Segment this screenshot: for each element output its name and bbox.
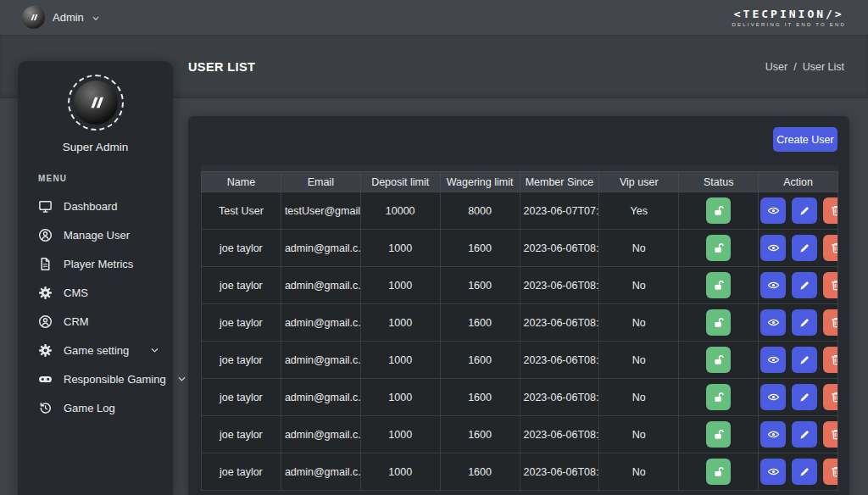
unlock-status-button[interactable] <box>706 309 731 336</box>
user-table: NameEmailDeposit limitWagering limitMemb… <box>201 171 838 491</box>
cell-member-since: 2023-06-06T08:... <box>520 416 599 453</box>
admin-dropdown[interactable]: Admin <box>22 6 100 29</box>
sidebar-menu: Dashboard Manage User Player Metrics CMS… <box>18 192 173 422</box>
edit-button[interactable] <box>792 384 817 410</box>
action-buttons <box>759 459 837 485</box>
sidebar-item-responsible-gaming[interactable]: Responsible Gaming <box>18 364 173 393</box>
user-circle-icon <box>38 228 53 242</box>
cell-name: joe taylor <box>202 230 281 267</box>
unlock-icon <box>712 279 726 292</box>
edit-button[interactable] <box>792 347 817 373</box>
edit-button[interactable] <box>792 272 817 298</box>
column-header-member-since: Member Since <box>520 172 599 192</box>
eye-icon <box>767 465 780 478</box>
unlock-status-button[interactable] <box>706 384 731 410</box>
cell-deposit-limit: 1000 <box>360 267 440 304</box>
brand-tagline: DELIVERING IT END TO END <box>732 22 847 27</box>
view-button[interactable] <box>760 235 786 261</box>
edit-button[interactable] <box>792 309 817 336</box>
brand-text: <TECPINION/> <box>732 8 847 20</box>
view-button[interactable] <box>760 272 786 298</box>
cell-vip-user: No <box>599 453 679 491</box>
profile-avatar <box>68 75 124 131</box>
sidebar-item-game-log[interactable]: Game Log <box>18 393 173 422</box>
cell-name: Test User <box>202 192 281 230</box>
unlock-status-button[interactable] <box>706 421 731 448</box>
cell-status <box>679 453 759 491</box>
cell-action <box>759 379 838 416</box>
pencil-icon <box>798 205 810 217</box>
sidebar-item-dashboard[interactable]: Dashboard <box>18 192 173 220</box>
cell-vip-user: No <box>599 416 679 453</box>
view-button[interactable] <box>760 309 786 336</box>
breadcrumb: User / User List <box>765 61 844 73</box>
content-card: Create User NameEmailDeposit limitWageri… <box>188 116 849 495</box>
sidebar-item-cms[interactable]: CMS <box>18 278 173 307</box>
edit-button[interactable] <box>792 235 817 261</box>
edit-button[interactable] <box>792 197 817 224</box>
unlock-status-button[interactable] <box>706 272 731 298</box>
delete-button[interactable] <box>823 272 837 298</box>
table-row: joe taylor admin@gmail.c... 1000 1600 20… <box>202 416 838 453</box>
edit-button[interactable] <box>792 459 817 485</box>
delete-button[interactable] <box>823 384 837 410</box>
cell-deposit-limit: 1000 <box>360 342 440 379</box>
unlock-icon <box>712 465 726 479</box>
delete-button[interactable] <box>823 235 837 261</box>
sidebar-item-label: CMS <box>64 286 159 299</box>
unlock-status-button[interactable] <box>706 459 731 485</box>
eye-icon <box>767 428 780 441</box>
cell-deposit-limit: 1000 <box>360 453 440 491</box>
delete-button[interactable] <box>823 421 837 448</box>
edit-button[interactable] <box>792 421 817 448</box>
create-user-button[interactable]: Create User <box>773 127 837 152</box>
delete-button[interactable] <box>823 347 837 373</box>
admin-label: Admin <box>53 11 84 24</box>
cell-vip-user: No <box>599 304 679 342</box>
cell-deposit-limit: 10000 <box>360 192 440 230</box>
brand-logo: <TECPINION/> DELIVERING IT END TO END <box>732 8 847 27</box>
trash-icon <box>830 279 838 292</box>
unlock-status-button[interactable] <box>706 197 731 224</box>
pencil-icon <box>798 242 810 254</box>
sidebar-item-crm[interactable]: CRM <box>18 307 173 336</box>
file-icon <box>38 257 53 271</box>
profile-name: Super Admin <box>18 141 173 153</box>
view-button[interactable] <box>760 347 786 373</box>
cell-deposit-limit: 1000 <box>360 304 440 342</box>
cell-name: joe taylor <box>202 267 281 304</box>
delete-button[interactable] <box>823 459 837 485</box>
gear-icon <box>38 286 53 300</box>
delete-button[interactable] <box>823 309 837 336</box>
brand-logo-icon <box>28 12 39 23</box>
cell-action <box>759 192 838 230</box>
cell-status <box>679 304 759 342</box>
cell-action <box>759 416 838 453</box>
unlock-status-button[interactable] <box>706 235 731 261</box>
sidebar-item-player-metrics[interactable]: Player Metrics <box>18 249 173 278</box>
cell-email: testUser@gmail... <box>281 192 360 230</box>
trash-icon <box>830 353 838 366</box>
unlock-status-button[interactable] <box>706 347 731 373</box>
cell-vip-user: Yes <box>599 192 679 230</box>
view-button[interactable] <box>760 197 786 224</box>
cell-wagering-limit: 1600 <box>440 267 520 304</box>
view-button[interactable] <box>760 459 786 485</box>
user-circle-icon <box>38 314 53 329</box>
trash-icon <box>830 465 838 478</box>
pencil-icon <box>798 429 810 441</box>
view-button[interactable] <box>760 384 786 410</box>
cell-wagering-limit: 1600 <box>440 453 520 491</box>
sidebar-item-game-setting[interactable]: Game setting <box>18 336 173 364</box>
column-header-name: Name <box>202 172 281 192</box>
cell-name: joe taylor <box>202 416 281 453</box>
cell-action <box>759 342 838 379</box>
table-row: joe taylor admin@gmail.c... 1000 1600 20… <box>202 342 838 379</box>
chevron-down-icon <box>92 14 100 23</box>
view-button[interactable] <box>760 421 786 448</box>
delete-button[interactable] <box>823 197 837 224</box>
cell-name: joe taylor <box>202 342 281 379</box>
sidebar-item-manage-user[interactable]: Manage User <box>18 220 173 249</box>
breadcrumb-user-link[interactable]: User <box>765 61 787 73</box>
cell-wagering-limit: 1600 <box>440 304 520 342</box>
